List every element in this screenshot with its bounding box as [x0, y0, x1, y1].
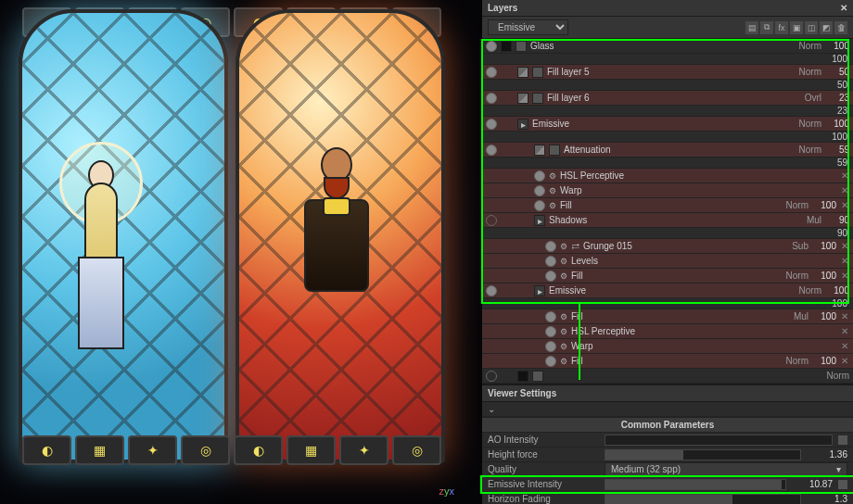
layer-row[interactable]: ▸ShadowsMul90 — [482, 213, 853, 228]
height-force-slider[interactable] — [605, 449, 801, 460]
layer-name[interactable]: Fill layer 6 — [547, 93, 786, 103]
blend-mode[interactable]: Norm — [818, 371, 849, 381]
layer-row[interactable]: Fill layer 5Norm50 — [482, 65, 853, 80]
visibility-toggle[interactable] — [486, 119, 497, 130]
blend-mode[interactable]: Norm — [790, 285, 821, 296]
emissive-intensity-slider[interactable] — [605, 479, 786, 490]
opacity-value[interactable]: 100 — [812, 200, 836, 210]
layer-row[interactable]: ⚙FillNorm100✕ — [482, 198, 853, 213]
remove-effect-icon[interactable]: ✕ — [840, 200, 849, 210]
layer-name[interactable]: Levels — [571, 256, 836, 266]
layer-row[interactable]: ⚙Warp✕ — [482, 183, 853, 198]
blend-mode[interactable]: Norm — [790, 41, 821, 51]
layer-row[interactable]: ⚙⮂Grunge 015Sub100✕ — [482, 239, 853, 254]
panel-close-icon[interactable]: ✕ — [840, 3, 847, 13]
visibility-toggle[interactable] — [486, 285, 497, 296]
layer-row[interactable]: GlassNorm100 — [482, 39, 853, 54]
ao-intensity-slider[interactable] — [605, 435, 833, 446]
layer-row[interactable]: Fill layer 6Ovrl23 — [482, 91, 853, 106]
blend-mode[interactable]: Norm — [790, 119, 821, 129]
layer-row[interactable]: ⚙HSL Perceptive✕ — [482, 169, 853, 183]
layer-name[interactable]: Emissive — [549, 285, 786, 296]
visibility-toggle[interactable] — [486, 41, 497, 52]
channel-select[interactable]: Emissive — [488, 19, 568, 35]
layer-name[interactable]: Fill layer 5 — [547, 67, 786, 77]
remove-effect-icon[interactable]: ✕ — [840, 326, 849, 336]
fx-icon[interactable]: fx — [775, 21, 788, 34]
opacity-value[interactable]: 50 — [825, 67, 849, 77]
remove-effect-icon[interactable]: ✕ — [840, 241, 849, 251]
layer-name[interactable]: Fill — [571, 271, 773, 281]
layer-name[interactable]: Glass — [530, 41, 786, 51]
blend-mode[interactable]: Norm — [790, 67, 821, 77]
layer-name[interactable]: Fill — [571, 356, 773, 366]
layer-name[interactable]: Attenuation — [564, 145, 786, 155]
opacity-value[interactable]: 100 — [812, 241, 836, 251]
layer-name[interactable]: Shadows — [549, 215, 786, 225]
layer-row[interactable]: ▸EmissiveNorm100 — [482, 117, 853, 132]
copy-icon[interactable]: ⧉ — [760, 21, 773, 34]
visibility-toggle[interactable] — [486, 67, 497, 78]
visibility-toggle[interactable] — [486, 145, 497, 156]
visibility-toggle[interactable] — [545, 356, 556, 367]
visibility-toggle[interactable] — [545, 256, 556, 267]
blend-mode[interactable]: Norm — [777, 356, 808, 366]
visibility-toggle[interactable] — [545, 271, 556, 282]
layer-name[interactable]: Emissive — [532, 119, 786, 129]
blend-mode[interactable]: Sub — [777, 241, 808, 251]
opacity-value[interactable]: 59 — [825, 145, 849, 155]
viewport-3d[interactable]: ◐▦✦◎ ◐▦✦◎ ◐▦✦◎ ◐▦✦◎ zyx — [0, 0, 482, 504]
layer-row[interactable]: ▸EmissiveNorm100 — [482, 284, 853, 298]
blend-mode[interactable]: Ovrl — [790, 93, 821, 103]
layer-row[interactable]: ⚙Warp✕ — [482, 339, 853, 354]
add-layer-icon[interactable]: ◫ — [805, 21, 818, 34]
layer-row[interactable]: ⚙Levels✕ — [482, 254, 853, 269]
horizon-fading-slider[interactable] — [605, 494, 801, 505]
opacity-value[interactable]: 100 — [812, 271, 836, 281]
visibility-toggle[interactable] — [545, 326, 556, 337]
opacity-value[interactable]: 23 — [825, 93, 849, 103]
layer-row[interactable]: ⚙FillMul100✕ — [482, 309, 853, 324]
layer-name[interactable]: Fill — [571, 311, 773, 321]
remove-effect-icon[interactable]: ✕ — [840, 256, 849, 266]
remove-effect-icon[interactable]: ✕ — [840, 185, 849, 195]
folder-icon[interactable]: ▸ — [517, 119, 528, 130]
visibility-toggle[interactable] — [545, 311, 556, 322]
visibility-toggle[interactable] — [486, 371, 497, 382]
layer-row[interactable]: Norm — [482, 369, 853, 384]
remove-effect-icon[interactable]: ✕ — [840, 356, 849, 366]
opacity-value[interactable]: 100 — [812, 311, 836, 321]
visibility-toggle[interactable] — [486, 93, 497, 104]
opacity-value[interactable]: 100 — [812, 356, 836, 366]
layer-row[interactable]: ⚙FillNorm100✕ — [482, 354, 853, 369]
layer-name[interactable]: HSL Perceptive — [571, 326, 836, 336]
layer-name[interactable]: Warp — [571, 341, 836, 351]
opacity-value[interactable]: 90 — [825, 215, 849, 225]
add-fill-icon[interactable]: ◩ — [820, 21, 833, 34]
remove-effect-icon[interactable]: ✕ — [840, 271, 849, 281]
visibility-toggle[interactable] — [534, 185, 545, 196]
folder-icon[interactable]: ▣ — [790, 21, 803, 34]
remove-effect-icon[interactable]: ✕ — [840, 311, 849, 321]
layer-name[interactable]: HSL Perceptive — [560, 170, 836, 181]
collapse-icon[interactable]: ⌄ — [488, 404, 497, 414]
layer-name[interactable]: Grunge 015 — [583, 241, 773, 251]
layer-row[interactable]: ⚙FillNorm100✕ — [482, 269, 853, 284]
blend-mode[interactable]: Mul — [777, 311, 808, 321]
blend-mode[interactable]: Mul — [790, 215, 821, 225]
trash-icon[interactable]: 🗑 — [834, 21, 847, 34]
layer-name[interactable]: Fill — [560, 200, 773, 210]
blend-mode[interactable]: Norm — [777, 271, 808, 281]
blend-mode[interactable]: Norm — [790, 145, 821, 155]
layer-row[interactable]: ⚙HSL Perceptive✕ — [482, 324, 853, 339]
histogram-icon[interactable] — [838, 435, 847, 445]
layer-name[interactable]: Warp — [560, 185, 836, 195]
histogram-icon[interactable] — [838, 480, 847, 489]
layer-row[interactable]: AttenuationNorm59 — [482, 143, 853, 158]
remove-effect-icon[interactable]: ✕ — [840, 341, 849, 351]
folder-icon[interactable]: ▸ — [534, 285, 545, 296]
opacity-value[interactable]: 100 — [825, 119, 849, 129]
quality-dropdown[interactable]: Medium (32 spp) — [605, 462, 847, 476]
visibility-toggle[interactable] — [486, 215, 497, 226]
remove-effect-icon[interactable]: ✕ — [840, 170, 849, 181]
